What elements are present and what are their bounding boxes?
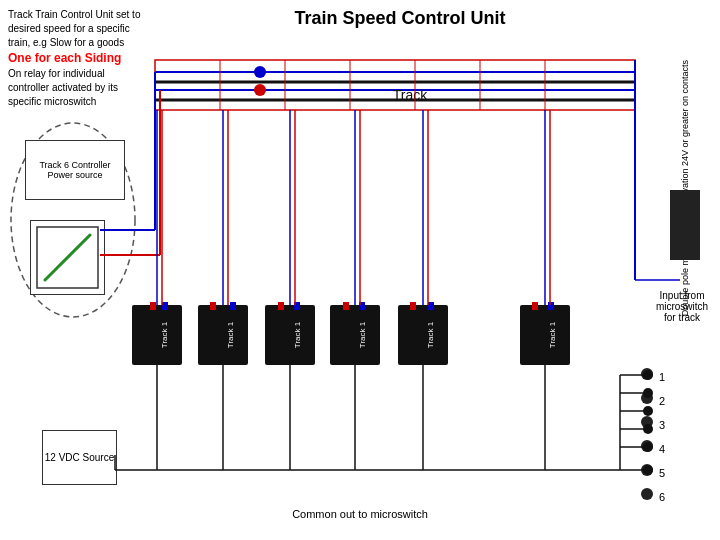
svg-point-62 <box>643 424 653 434</box>
circuit-diagram: Track Track 1 Track 1 Track 1 Track 1 Tr… <box>0 0 720 540</box>
svg-rect-35 <box>343 302 349 310</box>
svg-point-61 <box>643 406 653 416</box>
svg-point-63 <box>643 442 653 452</box>
svg-rect-28 <box>230 302 236 310</box>
svg-rect-43 <box>532 302 538 310</box>
svg-rect-44 <box>548 302 554 310</box>
svg-rect-25 <box>198 305 248 365</box>
svg-text:Track 1: Track 1 <box>293 321 302 348</box>
svg-rect-41 <box>520 305 570 365</box>
svg-point-7 <box>254 66 266 78</box>
svg-text:Track 1: Track 1 <box>160 321 169 348</box>
svg-point-64 <box>643 465 653 475</box>
svg-rect-33 <box>330 305 380 365</box>
svg-rect-24 <box>162 302 168 310</box>
svg-text:Track 1: Track 1 <box>358 321 367 348</box>
svg-point-8 <box>254 84 266 96</box>
svg-text:Track: Track <box>393 87 428 103</box>
svg-rect-23 <box>150 302 156 310</box>
svg-text:Track 1: Track 1 <box>426 321 435 348</box>
svg-point-59 <box>643 370 653 380</box>
svg-rect-39 <box>410 302 416 310</box>
svg-rect-27 <box>210 302 216 310</box>
svg-rect-29 <box>265 305 315 365</box>
svg-rect-31 <box>278 302 284 310</box>
svg-text:Track 1: Track 1 <box>548 321 557 348</box>
svg-rect-40 <box>428 302 434 310</box>
svg-point-60 <box>643 388 653 398</box>
svg-rect-21 <box>132 305 182 365</box>
svg-text:Track 1: Track 1 <box>226 321 235 348</box>
svg-rect-37 <box>398 305 448 365</box>
